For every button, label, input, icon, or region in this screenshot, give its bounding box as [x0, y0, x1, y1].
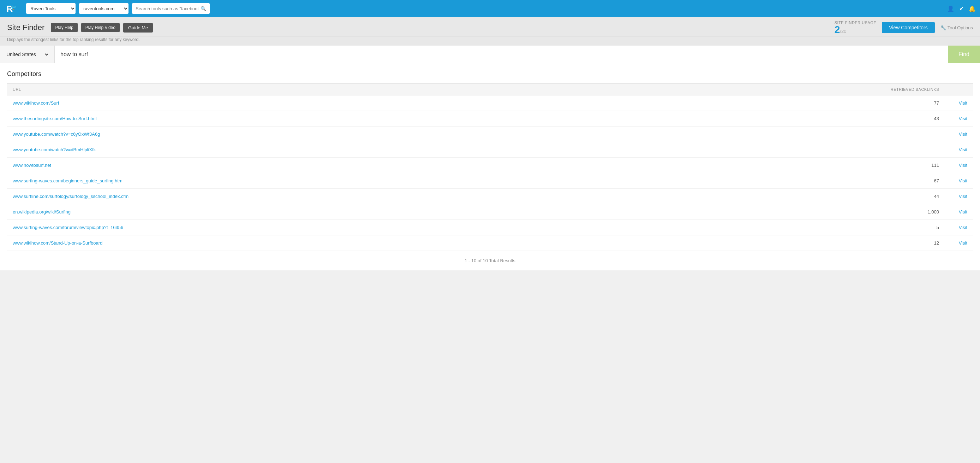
- table-row: www.surfing-waves.com/beginners_guide_su…: [7, 173, 973, 189]
- search-bar-section: United States Find: [0, 46, 980, 63]
- visit-link[interactable]: Visit: [959, 209, 967, 214]
- url-cell: www.surfing-waves.com/beginners_guide_su…: [7, 173, 645, 189]
- visit-cell: Visit: [945, 220, 973, 235]
- backlinks-cell: 77: [645, 96, 945, 111]
- guide-me-button[interactable]: Guide Me: [123, 23, 153, 32]
- wrench-icon: 🔧: [940, 25, 946, 30]
- url-link[interactable]: www.surfing-waves.com/forum/viewtopic.ph…: [13, 225, 123, 230]
- top-nav: R 🐦 Raven Tools raventools.com 🔍 👤 ✔ 🔔: [0, 0, 980, 17]
- visit-link[interactable]: Visit: [959, 178, 967, 184]
- url-cell: www.surfline.com/surfology/surfology_ssc…: [7, 189, 645, 204]
- visit-link[interactable]: Visit: [959, 131, 967, 137]
- backlinks-cell: 67: [645, 173, 945, 189]
- url-cell: www.wikihow.com/Stand-Up-on-a-Surfboard: [7, 235, 645, 251]
- url-link[interactable]: en.wikipedia.org/wiki/Surfing: [13, 209, 71, 214]
- backlinks-cell: [645, 126, 945, 142]
- backlinks-cell: 5: [645, 220, 945, 235]
- url-link[interactable]: www.surfing-waves.com/beginners_guide_su…: [13, 178, 123, 184]
- table-row: www.surfline.com/surfology/surfology_ssc…: [7, 189, 973, 204]
- pagination: 1 - 10 of 10 Total Results: [7, 251, 973, 270]
- url-cell: www.wikihow.com/Surf: [7, 96, 645, 111]
- play-video-button[interactable]: Play Help Video: [81, 23, 120, 32]
- table-header-row: URL RETRIEVED BACKLINKS: [7, 84, 973, 96]
- usage-max: /20: [840, 29, 846, 34]
- table-row: www.howtosurf.net 111 Visit: [7, 158, 973, 173]
- backlinks-header: RETRIEVED BACKLINKS: [645, 84, 945, 96]
- table-row: www.youtube.com/watch?v=c6yOxWf3A6g Visi…: [7, 126, 973, 142]
- search-input[interactable]: [135, 6, 199, 11]
- visit-cell: Visit: [945, 126, 973, 142]
- url-cell: www.howtosurf.net: [7, 158, 645, 173]
- url-cell: www.youtube.com/watch?v=c6yOxWf3A6g: [7, 126, 645, 142]
- url-cell: www.thesurfingsite.com/How-to-Surf.html: [7, 111, 645, 126]
- visit-cell: Visit: [945, 189, 973, 204]
- url-link[interactable]: www.youtube.com/watch?v=c6yOxWf3A6g: [13, 131, 100, 137]
- check-icon[interactable]: ✔: [959, 5, 964, 12]
- table-row: www.wikihow.com/Stand-Up-on-a-Surfboard …: [7, 235, 973, 251]
- page-description: Displays the strongest links for the top…: [0, 37, 980, 46]
- visit-cell: Visit: [945, 111, 973, 126]
- backlinks-cell: [645, 142, 945, 158]
- svg-text:🐦: 🐦: [11, 5, 17, 11]
- backlinks-cell: 44: [645, 189, 945, 204]
- visit-cell: Visit: [945, 204, 973, 220]
- sub-header-right: SITE FINDER USAGE 2/20 View Competitors …: [835, 21, 973, 35]
- table-row: www.thesurfingsite.com/How-to-Surf.html …: [7, 111, 973, 126]
- competitors-title: Competitors: [7, 70, 973, 78]
- usage-block: SITE FINDER USAGE 2/20: [835, 21, 877, 35]
- profile-icon[interactable]: 👤: [947, 5, 954, 12]
- url-link[interactable]: www.howtosurf.net: [13, 163, 51, 168]
- visit-cell: Visit: [945, 96, 973, 111]
- visit-link[interactable]: Visit: [959, 225, 967, 230]
- url-cell: www.youtube.com/watch?v=dBmHlpliXfk: [7, 142, 645, 158]
- table-row: www.surfing-waves.com/forum/viewtopic.ph…: [7, 220, 973, 235]
- visit-link[interactable]: Visit: [959, 116, 967, 121]
- table-row: en.wikipedia.org/wiki/Surfing 1,000 Visi…: [7, 204, 973, 220]
- table-row: www.youtube.com/watch?v=dBmHlpliXfk Visi…: [7, 142, 973, 158]
- url-link[interactable]: www.youtube.com/watch?v=dBmHlpliXfk: [13, 147, 95, 152]
- backlinks-cell: 12: [645, 235, 945, 251]
- main-content: United States Find Competitors URL RETRI…: [0, 46, 980, 270]
- url-link[interactable]: www.wikihow.com/Stand-Up-on-a-Surfboard: [13, 240, 102, 246]
- play-help-button[interactable]: Play Help: [51, 23, 77, 32]
- usage-count: 2: [835, 24, 840, 35]
- url-header: URL: [7, 84, 645, 96]
- keyword-input[interactable]: [55, 46, 948, 63]
- backlinks-cell: 1,000: [645, 204, 945, 220]
- visit-link[interactable]: Visit: [959, 194, 967, 199]
- country-selector[interactable]: United States: [0, 46, 55, 63]
- visit-link[interactable]: Visit: [959, 147, 967, 152]
- bell-icon[interactable]: 🔔: [969, 5, 976, 12]
- country-select-input[interactable]: United States: [5, 51, 49, 57]
- url-cell: www.surfing-waves.com/forum/viewtopic.ph…: [7, 220, 645, 235]
- backlinks-cell: 43: [645, 111, 945, 126]
- raven-logo: R 🐦: [4, 2, 22, 16]
- view-competitors-button[interactable]: View Competitors: [882, 22, 934, 33]
- search-icon: 🔍: [200, 6, 206, 11]
- domain-select[interactable]: raventools.com: [79, 3, 129, 14]
- results-table: URL RETRIEVED BACKLINKS www.wikihow.com/…: [7, 83, 973, 251]
- competitors-section: Competitors URL RETRIEVED BACKLINKS www.…: [0, 63, 980, 270]
- visit-link[interactable]: Visit: [959, 101, 967, 106]
- visit-link[interactable]: Visit: [959, 163, 967, 168]
- visit-link[interactable]: Visit: [959, 240, 967, 246]
- backlinks-cell: 111: [645, 158, 945, 173]
- url-link[interactable]: www.thesurfingsite.com/How-to-Surf.html: [13, 116, 97, 121]
- visit-cell: Visit: [945, 158, 973, 173]
- usage-label: SITE FINDER USAGE: [835, 21, 877, 25]
- url-link[interactable]: www.wikihow.com/Surf: [13, 101, 59, 106]
- tool-options-link[interactable]: 🔧 Tool Options: [940, 25, 973, 30]
- nav-icons: 👤 ✔ 🔔: [947, 5, 976, 12]
- page-title: Site Finder: [7, 23, 45, 32]
- visit-cell: Visit: [945, 173, 973, 189]
- url-cell: en.wikipedia.org/wiki/Surfing: [7, 204, 645, 220]
- workspace-select[interactable]: Raven Tools: [26, 3, 76, 14]
- url-link[interactable]: www.surfline.com/surfology/surfology_ssc…: [13, 194, 129, 199]
- visit-cell: Visit: [945, 235, 973, 251]
- table-row: www.wikihow.com/Surf 77 Visit: [7, 96, 973, 111]
- search-bar: 🔍: [132, 3, 210, 14]
- find-button[interactable]: Find: [948, 46, 980, 63]
- visit-cell: Visit: [945, 142, 973, 158]
